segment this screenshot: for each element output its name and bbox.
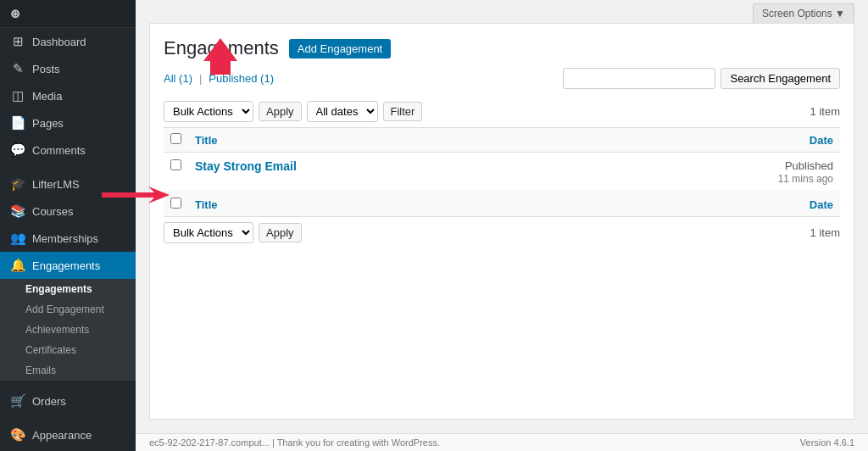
filter-all-link[interactable]: All (1): [164, 72, 192, 85]
main-content: Screen Options ▼ Engagements Add Engagem…: [136, 0, 868, 451]
screen-options-button[interactable]: Screen Options ▼: [753, 3, 854, 23]
submenu-label-add-engagement: Add Engagement: [25, 303, 104, 315]
sidebar-item-memberships[interactable]: 👥 Memberships: [0, 225, 136, 252]
orders-icon: 🛒: [10, 393, 25, 409]
sidebar-label-posts: Posts: [32, 63, 60, 75]
date-status: Published: [785, 159, 833, 172]
sidebar-label-appearance: Appearance: [32, 429, 92, 442]
col-checkbox: [164, 128, 188, 153]
courses-icon: 📚: [10, 203, 25, 219]
sidebar: ⊛ ⊞ Dashboard ✎ Posts ◫ Media 📄 Pages 💬 …: [0, 0, 136, 451]
date-sort-link-bottom[interactable]: Date: [810, 198, 833, 211]
row-title-cell: Stay Strong Email: [188, 153, 721, 192]
sidebar-item-comments[interactable]: 💬 Comments: [0, 136, 136, 164]
footer: ec5-92-202-217-87.comput... | Thank you …: [136, 433, 868, 451]
sidebar-submenu-item-certificates[interactable]: Certificates: [0, 340, 136, 360]
sidebar-label-engagements: Engagements: [32, 259, 100, 272]
filter-links: All (1) | Published (1): [164, 72, 274, 85]
sidebar-label-memberships: Memberships: [32, 232, 98, 245]
col-date-header: Date: [721, 128, 840, 153]
col-date-footer: Date: [721, 192, 840, 217]
sidebar-label-lifterlms: LifterLMS: [32, 178, 80, 191]
title-sort-link-bottom[interactable]: Title: [195, 198, 218, 211]
table-row: Stay Strong Email Published 11 mins ago: [164, 153, 840, 192]
submenu-label-achievements: Achievements: [25, 324, 89, 336]
page-header: Engagements Add Engagement: [164, 37, 840, 59]
sidebar-submenu-engagements: Engagements Add Engagement Achievements …: [0, 279, 136, 381]
sidebar-item-orders[interactable]: 🛒 Orders: [0, 387, 136, 415]
bulk-actions-select-bottom[interactable]: Bulk Actions: [164, 222, 253, 243]
sidebar-item-lifterlms[interactable]: 🎓 LifterLMS: [0, 170, 136, 198]
row-checkbox-cell: [164, 153, 188, 192]
title-sort-link[interactable]: Title: [195, 134, 218, 147]
sidebar-item-pages[interactable]: 📄 Pages: [0, 109, 136, 136]
entry-title-link[interactable]: Stay Strong Email: [195, 159, 297, 173]
tablenav-bottom: Bulk Actions Apply 1 item: [164, 222, 840, 243]
col-title-header: Title: [188, 128, 721, 153]
col-title-footer: Title: [188, 192, 721, 217]
item-count-top: 1 item: [810, 105, 840, 118]
sidebar-item-posts[interactable]: ✎ Posts: [0, 55, 136, 82]
filter-button[interactable]: Filter: [383, 102, 423, 121]
engagements-icon: 🔔: [10, 258, 25, 273]
sidebar-item-dashboard[interactable]: ⊞ Dashboard: [0, 28, 136, 55]
col-checkbox-foot: [164, 192, 188, 217]
sidebar-label-pages: Pages: [32, 117, 64, 130]
submenu-label-emails: Emails: [25, 365, 56, 376]
sidebar-item-engagements[interactable]: 🔔 Engagements: [0, 252, 136, 279]
date-sort-link[interactable]: Date: [810, 134, 833, 147]
sidebar-label-courses: Courses: [32, 205, 73, 218]
apply-button-bottom[interactable]: Apply: [259, 223, 302, 242]
posts-icon: ✎: [10, 61, 25, 76]
memberships-icon: 👥: [10, 231, 25, 246]
sidebar-submenu-item-emails[interactable]: Emails: [0, 360, 136, 381]
sidebar-item-courses[interactable]: 📚 Courses: [0, 198, 136, 225]
lifterlms-icon: 🎓: [10, 176, 25, 192]
date-time: 11 mins ago: [778, 173, 833, 185]
table-header-row: Title Date: [164, 128, 840, 153]
search-input[interactable]: [563, 68, 715, 89]
item-count-bottom: 1 item: [810, 226, 840, 239]
engagements-table: Title Date Stay Strong Email Pu: [164, 127, 840, 217]
sidebar-label-orders: Orders: [32, 395, 66, 408]
footer-left: ec5-92-202-217-87.comput... | Thank you …: [149, 437, 440, 448]
wp-logo: ⊛: [0, 0, 136, 28]
dashboard-icon: ⊞: [10, 34, 25, 49]
search-engagements-button[interactable]: Search Engagement: [721, 68, 840, 89]
dates-filter-select[interactable]: All dates: [307, 101, 378, 122]
page-title: Engagements: [164, 37, 279, 59]
submenu-label-engagements: Engagements: [25, 283, 92, 295]
sidebar-item-appearance[interactable]: 🎨 Appearance: [0, 421, 136, 448]
comments-icon: 💬: [10, 142, 25, 158]
media-icon: ◫: [10, 88, 25, 103]
add-engagement-button[interactable]: Add Engagement: [289, 39, 391, 58]
bulk-actions-select-top[interactable]: Bulk Actions: [164, 101, 253, 122]
sidebar-submenu-item-add-engagement[interactable]: Add Engagement: [0, 299, 136, 320]
table-footer-row: Title Date: [164, 192, 840, 217]
content-area: Engagements Add Engagement All (1) | Pub…: [149, 23, 854, 420]
pages-icon: 📄: [10, 115, 25, 131]
appearance-icon: 🎨: [10, 427, 25, 443]
apply-button-top[interactable]: Apply: [259, 102, 302, 121]
row-checkbox-1[interactable]: [170, 159, 181, 170]
filter-published-link[interactable]: Published (1): [209, 72, 274, 85]
wp-icon: ⊛: [10, 7, 20, 20]
sidebar-label-media: Media: [32, 90, 62, 103]
select-all-checkbox-bottom[interactable]: [170, 198, 181, 209]
sidebar-submenu-item-engagements[interactable]: Engagements: [0, 279, 136, 299]
tablenav-top: Bulk Actions Apply All dates Filter 1 it…: [164, 101, 840, 122]
select-all-checkbox-top[interactable]: [170, 133, 181, 144]
submenu-label-certificates: Certificates: [25, 344, 76, 356]
sidebar-label-dashboard: Dashboard: [32, 36, 86, 48]
sidebar-submenu-item-achievements[interactable]: Achievements: [0, 320, 136, 340]
search-area: Search Engagement: [563, 68, 840, 89]
sidebar-label-comments: Comments: [32, 144, 86, 157]
sidebar-item-media[interactable]: ◫ Media: [0, 82, 136, 109]
top-bar: Screen Options ▼: [136, 0, 868, 23]
row-date-cell: Published 11 mins ago: [721, 153, 840, 192]
footer-right: Version 4.6.1: [800, 437, 854, 448]
